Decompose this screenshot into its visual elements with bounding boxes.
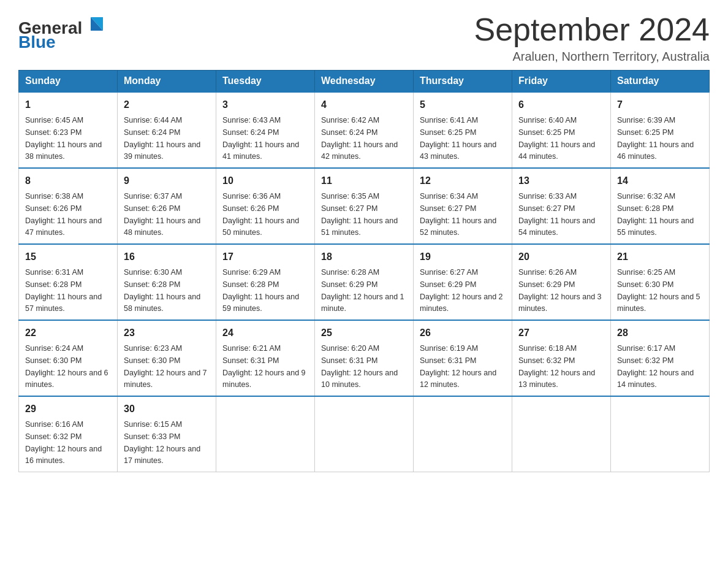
calendar-cell: 1 Sunrise: 6:45 AMSunset: 6:23 PMDayligh… bbox=[19, 92, 118, 168]
day-number: 12 bbox=[420, 174, 506, 188]
day-number: 7 bbox=[617, 98, 703, 112]
calendar-cell: 13 Sunrise: 6:33 AMSunset: 6:27 PMDaylig… bbox=[512, 168, 611, 244]
day-number: 25 bbox=[321, 326, 407, 340]
day-number: 9 bbox=[124, 174, 210, 188]
calendar-cell: 4 Sunrise: 6:42 AMSunset: 6:24 PMDayligh… bbox=[315, 92, 414, 168]
calendar-cell: 26 Sunrise: 6:19 AMSunset: 6:31 PMDaylig… bbox=[414, 320, 512, 396]
day-info: Sunrise: 6:37 AMSunset: 6:26 PMDaylight:… bbox=[124, 192, 200, 237]
day-info: Sunrise: 6:36 AMSunset: 6:26 PMDaylight:… bbox=[222, 192, 299, 237]
header-saturday: Saturday bbox=[611, 71, 710, 93]
day-info: Sunrise: 6:42 AMSunset: 6:24 PMDaylight:… bbox=[321, 116, 398, 161]
day-number: 10 bbox=[222, 174, 308, 188]
logo-svg: General Blue bbox=[18, 12, 104, 52]
day-info: Sunrise: 6:33 AMSunset: 6:27 PMDaylight:… bbox=[518, 192, 595, 237]
day-number: 17 bbox=[222, 250, 308, 264]
calendar-cell: 11 Sunrise: 6:35 AMSunset: 6:27 PMDaylig… bbox=[315, 168, 414, 244]
day-info: Sunrise: 6:27 AMSunset: 6:29 PMDaylight:… bbox=[420, 268, 503, 313]
day-info: Sunrise: 6:38 AMSunset: 6:26 PMDaylight:… bbox=[25, 192, 102, 237]
day-info: Sunrise: 6:18 AMSunset: 6:32 PMDaylight:… bbox=[518, 344, 595, 389]
calendar-cell: 27 Sunrise: 6:18 AMSunset: 6:32 PMDaylig… bbox=[512, 320, 611, 396]
day-number: 3 bbox=[222, 98, 308, 112]
calendar-cell: 9 Sunrise: 6:37 AMSunset: 6:26 PMDayligh… bbox=[118, 168, 216, 244]
header-thursday: Thursday bbox=[414, 71, 512, 93]
day-number: 1 bbox=[25, 98, 111, 112]
title-block: September 2024 Araluen, Northern Territo… bbox=[474, 12, 710, 64]
header-sunday: Sunday bbox=[19, 71, 118, 93]
day-info: Sunrise: 6:44 AMSunset: 6:24 PMDaylight:… bbox=[124, 116, 200, 161]
calendar-cell: 22 Sunrise: 6:24 AMSunset: 6:30 PMDaylig… bbox=[19, 320, 118, 396]
day-info: Sunrise: 6:43 AMSunset: 6:24 PMDaylight:… bbox=[222, 116, 299, 161]
calendar-cell: 8 Sunrise: 6:38 AMSunset: 6:26 PMDayligh… bbox=[19, 168, 118, 244]
calendar-cell bbox=[611, 396, 710, 472]
calendar-cell: 6 Sunrise: 6:40 AMSunset: 6:25 PMDayligh… bbox=[512, 92, 611, 168]
day-number: 4 bbox=[321, 98, 407, 112]
calendar-cell bbox=[414, 396, 512, 472]
calendar-header-row: Sunday Monday Tuesday Wednesday Thursday… bbox=[19, 71, 710, 93]
day-number: 20 bbox=[518, 250, 604, 264]
header-friday: Friday bbox=[512, 71, 611, 93]
calendar-cell bbox=[216, 396, 315, 472]
month-year-title: September 2024 bbox=[474, 12, 710, 47]
day-info: Sunrise: 6:21 AMSunset: 6:31 PMDaylight:… bbox=[222, 344, 306, 389]
day-info: Sunrise: 6:17 AMSunset: 6:32 PMDaylight:… bbox=[617, 344, 694, 389]
day-number: 27 bbox=[518, 326, 604, 340]
day-number: 8 bbox=[25, 174, 111, 188]
day-number: 11 bbox=[321, 174, 407, 188]
calendar-cell: 12 Sunrise: 6:34 AMSunset: 6:27 PMDaylig… bbox=[414, 168, 512, 244]
calendar-week-2: 8 Sunrise: 6:38 AMSunset: 6:26 PMDayligh… bbox=[19, 168, 710, 244]
day-number: 22 bbox=[25, 326, 111, 340]
calendar-cell: 15 Sunrise: 6:31 AMSunset: 6:28 PMDaylig… bbox=[19, 244, 118, 320]
header-wednesday: Wednesday bbox=[315, 71, 414, 93]
day-info: Sunrise: 6:45 AMSunset: 6:23 PMDaylight:… bbox=[25, 116, 102, 161]
day-number: 15 bbox=[25, 250, 111, 264]
day-number: 28 bbox=[617, 326, 703, 340]
calendar-cell: 20 Sunrise: 6:26 AMSunset: 6:29 PMDaylig… bbox=[512, 244, 611, 320]
calendar-cell: 16 Sunrise: 6:30 AMSunset: 6:28 PMDaylig… bbox=[118, 244, 216, 320]
calendar-cell: 18 Sunrise: 6:28 AMSunset: 6:29 PMDaylig… bbox=[315, 244, 414, 320]
day-info: Sunrise: 6:32 AMSunset: 6:28 PMDaylight:… bbox=[617, 192, 694, 237]
day-number: 6 bbox=[518, 98, 604, 112]
day-number: 21 bbox=[617, 250, 703, 264]
calendar-week-4: 22 Sunrise: 6:24 AMSunset: 6:30 PMDaylig… bbox=[19, 320, 710, 396]
day-number: 19 bbox=[420, 250, 506, 264]
calendar-cell: 10 Sunrise: 6:36 AMSunset: 6:26 PMDaylig… bbox=[216, 168, 315, 244]
calendar-cell: 17 Sunrise: 6:29 AMSunset: 6:28 PMDaylig… bbox=[216, 244, 315, 320]
calendar-cell: 2 Sunrise: 6:44 AMSunset: 6:24 PMDayligh… bbox=[118, 92, 216, 168]
logo: General Blue bbox=[18, 12, 104, 52]
calendar-table: Sunday Monday Tuesday Wednesday Thursday… bbox=[18, 70, 710, 472]
day-info: Sunrise: 6:35 AMSunset: 6:27 PMDaylight:… bbox=[321, 192, 398, 237]
header-tuesday: Tuesday bbox=[216, 71, 315, 93]
day-number: 13 bbox=[518, 174, 604, 188]
day-number: 30 bbox=[124, 402, 210, 416]
calendar-cell: 21 Sunrise: 6:25 AMSunset: 6:30 PMDaylig… bbox=[611, 244, 710, 320]
calendar-cell: 3 Sunrise: 6:43 AMSunset: 6:24 PMDayligh… bbox=[216, 92, 315, 168]
day-info: Sunrise: 6:16 AMSunset: 6:32 PMDaylight:… bbox=[25, 420, 102, 465]
day-info: Sunrise: 6:30 AMSunset: 6:28 PMDaylight:… bbox=[124, 268, 200, 313]
day-info: Sunrise: 6:31 AMSunset: 6:28 PMDaylight:… bbox=[25, 268, 102, 313]
header-monday: Monday bbox=[118, 71, 216, 93]
day-info: Sunrise: 6:28 AMSunset: 6:29 PMDaylight:… bbox=[321, 268, 404, 313]
day-info: Sunrise: 6:20 AMSunset: 6:31 PMDaylight:… bbox=[321, 344, 398, 389]
page-header: General Blue September 2024 Araluen, Nor… bbox=[18, 12, 710, 64]
day-info: Sunrise: 6:15 AMSunset: 6:33 PMDaylight:… bbox=[124, 420, 200, 465]
day-number: 26 bbox=[420, 326, 506, 340]
day-info: Sunrise: 6:25 AMSunset: 6:30 PMDaylight:… bbox=[617, 268, 700, 313]
day-info: Sunrise: 6:24 AMSunset: 6:30 PMDaylight:… bbox=[25, 344, 108, 389]
calendar-cell: 19 Sunrise: 6:27 AMSunset: 6:29 PMDaylig… bbox=[414, 244, 512, 320]
day-info: Sunrise: 6:41 AMSunset: 6:25 PMDaylight:… bbox=[420, 116, 496, 161]
day-number: 29 bbox=[25, 402, 111, 416]
day-info: Sunrise: 6:19 AMSunset: 6:31 PMDaylight:… bbox=[420, 344, 496, 389]
day-number: 24 bbox=[222, 326, 308, 340]
calendar-week-1: 1 Sunrise: 6:45 AMSunset: 6:23 PMDayligh… bbox=[19, 92, 710, 168]
calendar-cell: 23 Sunrise: 6:23 AMSunset: 6:30 PMDaylig… bbox=[118, 320, 216, 396]
calendar-cell: 14 Sunrise: 6:32 AMSunset: 6:28 PMDaylig… bbox=[611, 168, 710, 244]
day-number: 23 bbox=[124, 326, 210, 340]
calendar-week-3: 15 Sunrise: 6:31 AMSunset: 6:28 PMDaylig… bbox=[19, 244, 710, 320]
calendar-cell bbox=[512, 396, 611, 472]
location-subtitle: Araluen, Northern Territory, Australia bbox=[474, 50, 710, 64]
calendar-week-5: 29 Sunrise: 6:16 AMSunset: 6:32 PMDaylig… bbox=[19, 396, 710, 472]
day-info: Sunrise: 6:39 AMSunset: 6:25 PMDaylight:… bbox=[617, 116, 694, 161]
day-info: Sunrise: 6:26 AMSunset: 6:29 PMDaylight:… bbox=[518, 268, 602, 313]
day-number: 14 bbox=[617, 174, 703, 188]
calendar-cell bbox=[315, 396, 414, 472]
